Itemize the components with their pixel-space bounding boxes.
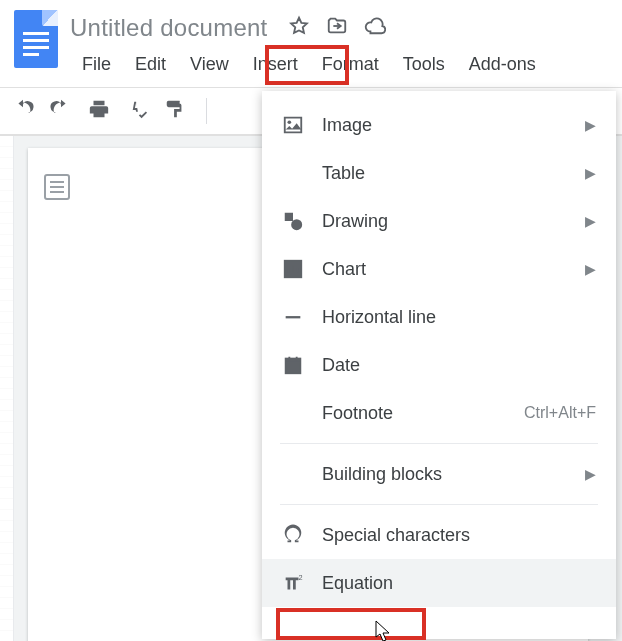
pi-icon: 2 [282, 572, 322, 594]
insert-special-characters[interactable]: Special characters [262, 511, 616, 559]
docs-logo [14, 10, 58, 68]
menubar: File Edit View Insert Format Tools Add-o… [70, 48, 612, 81]
insert-table[interactable]: Table ▶ [262, 149, 616, 197]
submenu-arrow-icon: ▶ [585, 165, 596, 181]
cloud-status-icon[interactable] [364, 15, 386, 41]
insert-building-blocks[interactable]: Building blocks ▶ [262, 450, 616, 498]
menu-tools[interactable]: Tools [391, 48, 457, 81]
svg-rect-5 [286, 359, 301, 374]
menu-separator [280, 443, 598, 444]
svg-text:2: 2 [299, 573, 303, 582]
svg-point-2 [291, 219, 302, 230]
horizontal-line-icon [282, 306, 322, 328]
chart-icon [282, 258, 322, 280]
svg-rect-1 [285, 213, 293, 221]
menu-item-label: Table [322, 163, 577, 184]
document-title[interactable]: Untitled document [70, 14, 268, 42]
print-icon[interactable] [88, 98, 110, 124]
insert-chart[interactable]: Chart ▶ [262, 245, 616, 293]
vertical-ruler [0, 136, 14, 641]
star-icon[interactable] [288, 15, 310, 41]
submenu-arrow-icon: ▶ [585, 261, 596, 277]
menu-addons[interactable]: Add-ons [457, 48, 548, 81]
menu-item-label: Date [322, 355, 596, 376]
insert-horizontal-line[interactable]: Horizontal line [262, 293, 616, 341]
menu-view[interactable]: View [178, 48, 241, 81]
menu-edit[interactable]: Edit [123, 48, 178, 81]
undo-icon[interactable] [12, 98, 34, 124]
insert-dropdown: Image ▶ Table ▶ Drawing ▶ Chart ▶ Horizo… [262, 91, 616, 639]
insert-image[interactable]: Image ▶ [262, 101, 616, 149]
menu-item-label: Building blocks [322, 464, 577, 485]
svg-rect-4 [286, 316, 301, 318]
spellcheck-icon[interactable] [126, 98, 148, 124]
menu-item-label: Special characters [322, 525, 596, 546]
move-icon[interactable] [326, 15, 348, 41]
menu-format[interactable]: Format [310, 48, 391, 81]
paint-format-icon[interactable] [164, 98, 186, 124]
menu-file[interactable]: File [70, 48, 123, 81]
insert-drawing[interactable]: Drawing ▶ [262, 197, 616, 245]
menu-item-label: Chart [322, 259, 577, 280]
menu-item-label: Horizontal line [322, 307, 596, 328]
insert-footnote[interactable]: Footnote Ctrl+Alt+F [262, 389, 616, 437]
menu-item-label: Drawing [322, 211, 577, 232]
menu-item-label: Image [322, 115, 577, 136]
submenu-arrow-icon: ▶ [585, 117, 596, 133]
omega-icon [282, 524, 322, 546]
svg-point-0 [288, 120, 292, 124]
insert-equation[interactable]: 2 Equation [262, 559, 616, 607]
submenu-arrow-icon: ▶ [585, 213, 596, 229]
menu-item-label: Equation [322, 573, 596, 594]
redo-icon[interactable] [50, 98, 72, 124]
drawing-icon [282, 210, 322, 232]
menu-separator [280, 504, 598, 505]
insert-date[interactable]: Date [262, 341, 616, 389]
outline-icon[interactable] [44, 174, 70, 200]
menu-item-shortcut: Ctrl+Alt+F [524, 404, 596, 422]
menu-insert[interactable]: Insert [241, 48, 310, 81]
image-icon [282, 114, 322, 136]
submenu-arrow-icon: ▶ [585, 466, 596, 482]
toolbar-separator [206, 98, 207, 124]
menu-item-label: Footnote [322, 403, 524, 424]
date-icon [282, 354, 322, 376]
